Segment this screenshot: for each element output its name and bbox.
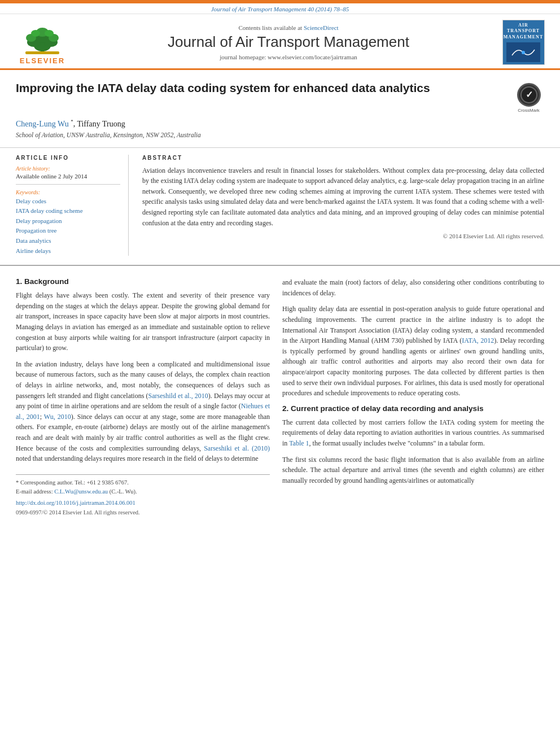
page-wrapper: Journal of Air Transport Management 40 (… bbox=[0, 0, 560, 747]
section1-para1: Flight delays have always been costly. T… bbox=[16, 290, 270, 353]
crossmark-badge: ✓ CrossMark bbox=[513, 83, 544, 113]
keywords-section: Keywords: Delay codes IATA delay coding … bbox=[16, 184, 120, 256]
keyword-2[interactable]: IATA delay coding scheme bbox=[16, 206, 120, 216]
section1-right-para1: and evaluate the main (root) factors of … bbox=[282, 277, 544, 298]
svg-point-12 bbox=[522, 51, 525, 54]
ref-sarseshiki[interactable]: Sarseshiki et al. (2010) bbox=[204, 444, 270, 452]
svg-text:✓: ✓ bbox=[525, 90, 532, 99]
article-history-label: Article history: bbox=[16, 165, 120, 172]
section2-para2: The first six columns record the basic f… bbox=[282, 455, 544, 486]
corresponding-author: * Corresponding author. Tel.: +61 2 9385… bbox=[16, 478, 270, 487]
abstract-section: ABSTRACT Aviation delays inconvenience t… bbox=[140, 155, 544, 256]
ref-wu2010[interactable]: Wu, 2010 bbox=[44, 413, 71, 421]
elsevier-label: ELSEVIER bbox=[20, 56, 65, 65]
keyword-4[interactable]: Propagation tree bbox=[16, 226, 120, 236]
journal-cover-image: AIR TRANSPORT MANAGEMENT bbox=[502, 20, 545, 65]
keyword-3[interactable]: Delay propagation bbox=[16, 216, 120, 226]
section1-right-para2: High quality delay data are essential in… bbox=[282, 304, 544, 398]
elsevier-logo: ELSEVIER bbox=[8, 20, 76, 65]
elsevier-tree-icon bbox=[20, 24, 65, 55]
abstract-heading: ABSTRACT bbox=[142, 155, 544, 161]
email-line: E-mail address: C.L.Wu@unsw.edu.au (C.-L… bbox=[16, 487, 270, 496]
abstract-text: Aviation delays inconvenience travelers … bbox=[142, 165, 544, 229]
crossmark-label: CrossMark bbox=[518, 108, 540, 113]
section1-heading: 1. Background bbox=[16, 277, 270, 286]
email-label: E-mail address: bbox=[16, 488, 53, 495]
section2-number: 2. bbox=[282, 404, 288, 413]
journal-homepage: journal homepage: www.elsevier.com/locat… bbox=[220, 54, 357, 60]
paper-title: Improving the IATA delay data coding sys… bbox=[16, 80, 430, 95]
homepage-text: journal homepage: www.elsevier.com/locat… bbox=[220, 54, 357, 60]
paper-section: Improving the IATA delay data coding sys… bbox=[0, 70, 560, 138]
email-suffix: (C.-L. Wu). bbox=[110, 488, 137, 495]
keyword-5[interactable]: Data analytics bbox=[16, 236, 120, 246]
corresponding-text: * Corresponding author. Tel.: +61 2 9385… bbox=[16, 479, 129, 486]
journal-citation: Journal of Air Transport Management 40 (… bbox=[211, 6, 349, 12]
header-logo-right: AIR TRANSPORT MANAGEMENT bbox=[498, 20, 549, 65]
journal-title-bar: Journal of Air Transport Management 40 (… bbox=[0, 3, 560, 14]
author1-link[interactable]: Cheng-Lung Wu bbox=[16, 120, 71, 128]
issn-line: 0969-6997/© 2014 Elsevier Ltd. All right… bbox=[16, 508, 270, 517]
article-info-heading: ARTICLE INFO bbox=[16, 155, 120, 161]
author2-name: Tiffany Truong bbox=[77, 120, 125, 128]
superscript-star: * bbox=[71, 119, 73, 124]
contents-text: Contents lists available at bbox=[238, 24, 302, 31]
header-section: ELSEVIER Contents lists available at Sci… bbox=[0, 14, 560, 70]
section2-heading: 2. Current practice of delay data record… bbox=[282, 404, 544, 413]
info-abstract-section: ARTICLE INFO Article history: Available … bbox=[0, 147, 560, 256]
section1-number: 1. bbox=[16, 277, 22, 286]
right-column: and evaluate the main (root) factors of … bbox=[282, 277, 544, 517]
sciencedirect-line: Contents lists available at ScienceDirec… bbox=[238, 24, 338, 31]
ref-iata2012[interactable]: IATA, 2012 bbox=[462, 337, 494, 344]
svg-point-9 bbox=[45, 30, 54, 37]
keyword-1[interactable]: Delay codes bbox=[16, 196, 120, 207]
authors-line: Cheng-Lung Wu *, Tiffany Truong bbox=[16, 119, 544, 129]
ref-sarseshild[interactable]: Sarseshild et al., 2010 bbox=[148, 392, 208, 400]
section2-para1: The current data collected by most carri… bbox=[282, 417, 544, 449]
doi-line: http://dx.doi.org/10.1016/j.jairtraman.2… bbox=[16, 499, 270, 508]
journal-main-title: Journal of Air Transport Management bbox=[168, 33, 409, 51]
svg-rect-11 bbox=[25, 51, 59, 54]
main-content: 1. Background Flight delays have always … bbox=[0, 265, 560, 517]
footnote-section: * Corresponding author. Tel.: +61 2 9385… bbox=[16, 474, 270, 517]
keyword-6[interactable]: Airline delays bbox=[16, 246, 120, 256]
ref-table1[interactable]: Table 1 bbox=[289, 439, 309, 447]
affiliation-line: School of Aviation, UNSW Australia, Kens… bbox=[16, 132, 544, 138]
sciencedirect-link[interactable]: ScienceDirect bbox=[304, 24, 339, 31]
author1-name: Cheng-Lung Wu bbox=[16, 120, 69, 128]
left-column: 1. Background Flight delays have always … bbox=[16, 277, 270, 517]
header-center: Contents lists available at ScienceDirec… bbox=[79, 24, 498, 60]
section1-title: Background bbox=[24, 277, 69, 286]
svg-point-8 bbox=[31, 30, 40, 37]
keywords-label: Keywords: bbox=[16, 189, 120, 195]
available-online: Available online 2 July 2014 bbox=[16, 173, 120, 180]
section2-title: Current practice of delay data recording… bbox=[291, 404, 483, 413]
elsevier-logo-left: ELSEVIER bbox=[6, 20, 79, 65]
email-link[interactable]: C.L.Wu@unsw.edu.au bbox=[54, 488, 108, 495]
title-crossmark-wrapper: Improving the IATA delay data coding sys… bbox=[16, 80, 544, 113]
section1-para2: In the aviation industry, delays have lo… bbox=[16, 359, 270, 464]
doi-link[interactable]: http://dx.doi.org/10.1016/j.jairtraman.2… bbox=[16, 500, 135, 506]
article-info: ARTICLE INFO Article history: Available … bbox=[16, 155, 129, 256]
copyright-line: © 2014 Elsevier Ltd. All rights reserved… bbox=[142, 233, 544, 239]
crossmark-circle: ✓ bbox=[517, 83, 541, 107]
